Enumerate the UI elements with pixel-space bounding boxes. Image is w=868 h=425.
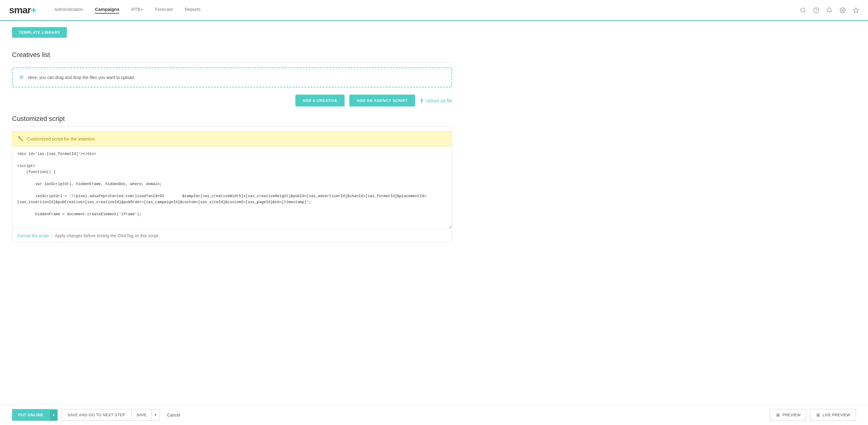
template-library-button[interactable]: TEMPLATE LIBRARY	[12, 27, 67, 38]
script-header-bar: ✏️ Customized script for the insertion	[12, 131, 452, 146]
drop-zone-text: Here, you can drag and drop the files yo…	[28, 75, 135, 80]
add-agency-script-button[interactable]: ADD AN AGENCY SCRIPT	[349, 95, 415, 107]
nav-reports[interactable]: Reports	[185, 7, 201, 13]
svg-marker-5	[854, 7, 859, 12]
nav-rtbplus[interactable]: RTB+	[131, 7, 143, 13]
action-buttons-row: ADD A CREATIVE ADD AN AGENCY SCRIPT ⬆ Up…	[12, 95, 452, 107]
format-script-link[interactable]: Format the script	[17, 233, 49, 238]
svg-point-0	[801, 8, 805, 12]
customized-script-section: Customized script ✏️ Customized script f…	[12, 115, 452, 243]
script-header-label: Customized script for the insertion	[27, 136, 95, 141]
nav-forecast[interactable]: Forecast	[155, 7, 173, 13]
nav-links: Administration Campaigns RTB+ Forecast R…	[54, 7, 800, 13]
creatives-list-section: Creatives list ✳ Here, you can drag and …	[12, 51, 452, 107]
pencil-icon: ✏️	[18, 136, 24, 142]
upload-zip-button[interactable]: ⬆ Upload zip file	[420, 98, 452, 103]
customized-script-title: Customized script	[12, 115, 452, 127]
search-icon[interactable]	[800, 7, 806, 13]
format-script-hint: Apply changes before testing the ClickTa…	[55, 233, 159, 238]
settings-icon[interactable]	[840, 7, 846, 13]
upload-icon: ⬆	[420, 98, 424, 103]
help-icon[interactable]	[813, 7, 819, 13]
creatives-list-title: Creatives list	[12, 51, 452, 63]
svg-line-1	[804, 11, 805, 12]
top-navigation: smar+ Administration Campaigns RTB+ Fore…	[0, 0, 868, 21]
divider: /	[51, 233, 53, 238]
main-content: TEMPLATE LIBRARY Creatives list ✳ Here, …	[0, 21, 464, 256]
drop-zone[interactable]: ✳ Here, you can drag and drop the files …	[12, 67, 452, 87]
logo[interactable]: smar+	[9, 4, 36, 16]
nav-administration[interactable]: Administration	[54, 7, 83, 13]
bell-icon[interactable]	[827, 7, 832, 13]
star-icon[interactable]	[853, 7, 859, 13]
nav-campaigns[interactable]: Campaigns	[95, 7, 119, 13]
spinner-icon: ✳	[19, 73, 24, 81]
format-script-row: Format the script / Apply changes before…	[12, 229, 452, 243]
svg-point-4	[842, 9, 844, 11]
add-creative-button[interactable]: ADD A CREATIVE	[296, 95, 345, 107]
nav-icons	[800, 7, 859, 13]
script-textarea[interactable]: <div id='ias-[sas_formatId]'></div> <scr…	[12, 146, 452, 229]
